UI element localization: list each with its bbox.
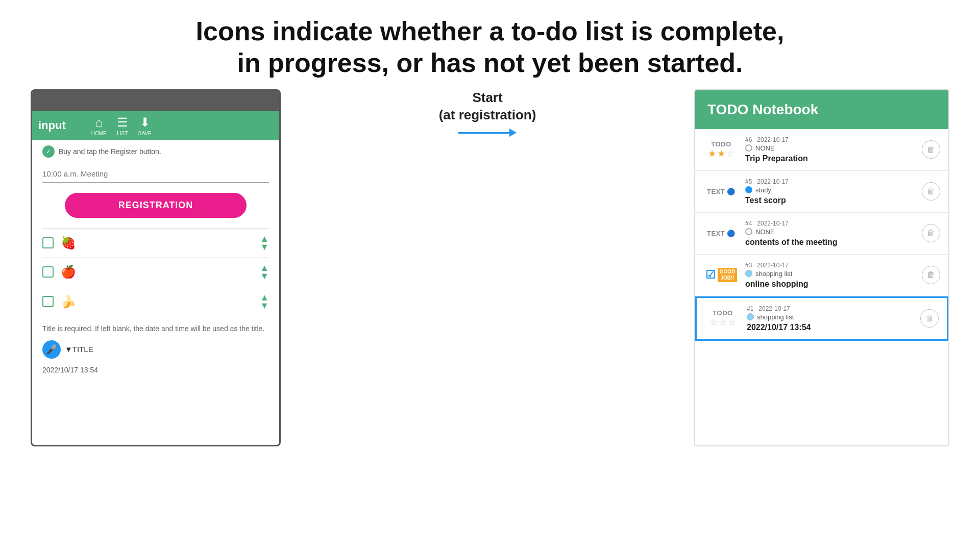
table-row: TODO ★ ★ ☆ #6 2022-10-17 NONE Trip Prepa…	[695, 129, 948, 171]
delete-button-3[interactable]: 🗑	[922, 266, 940, 284]
status-circle-4	[745, 228, 752, 235]
table-row: ☑ GOODJOB!! #3 2022-10-17 shopping list …	[695, 255, 948, 296]
entry-status-5: study	[745, 186, 916, 194]
star-1a: ☆	[709, 317, 718, 328]
reorder-1[interactable]: ▲▼	[260, 235, 269, 251]
star-2: ★	[717, 148, 725, 159]
header-line2: in progress, or has not yet been started…	[31, 47, 949, 79]
good-job-badge: GOODJOB!!	[718, 268, 738, 282]
apple-icon: 🍎	[61, 265, 253, 279]
entry-status-1: shopping list	[747, 313, 914, 321]
list-label: LIST	[117, 131, 128, 136]
home-icon: ⌂	[95, 115, 103, 130]
nav-save[interactable]: ⬇ SAVE	[138, 115, 152, 136]
phone-body: ✓ Buy and tap the Register button. REGIS…	[32, 140, 279, 384]
status-text-1: shopping list	[757, 313, 794, 321]
list-item: 🍓 ▲▼	[42, 229, 269, 258]
notebook-entries: TODO ★ ★ ☆ #6 2022-10-17 NONE Trip Prepa…	[695, 129, 948, 341]
status-text-4: NONE	[755, 228, 775, 236]
nav-home[interactable]: ⌂ HOME	[91, 115, 107, 136]
entry-info-6: #6 2022-10-17 NONE Trip Preparation	[745, 136, 916, 163]
thumb-label-5: TEXT 🔵	[707, 188, 736, 195]
home-label: HOME	[91, 131, 107, 136]
star-3: ☆	[726, 148, 734, 159]
title-label: ▼TITLE	[65, 345, 93, 354]
entry-meta-1: #1 2022-10-17	[747, 305, 914, 312]
entry-thumb-5: TEXT 🔵	[703, 188, 739, 195]
notebook-title: TODO Notebook	[707, 102, 818, 117]
date-stamp: 2022/10/17 13:54	[42, 366, 269, 374]
entry-thumb-3: ☑ GOODJOB!!	[703, 268, 739, 282]
arrow-line	[458, 132, 509, 134]
phone-mockup: input ⌂ HOME ☰ LIST ⬇ SAVE ✓ Buy and	[31, 89, 281, 446]
voice-row: 🎤 ▼TITLE	[42, 340, 269, 359]
nav-input-label: input	[38, 119, 66, 132]
entry-thumb-1: TODO ☆ ☆ ☆	[705, 309, 741, 328]
reorder-2[interactable]: ▲▼	[260, 264, 269, 280]
entry-meta-3: #3 2022-10-17	[745, 262, 916, 269]
todo-list: 🍓 ▲▼ 🍎 ▲▼ 🍌 ▲▼	[42, 228, 269, 316]
entry-title-5: Test scorp	[745, 196, 916, 205]
star-2a: ☆	[719, 317, 727, 328]
banana-icon: 🍌	[61, 294, 253, 309]
status-text-5: study	[755, 186, 771, 194]
status-circle-1	[747, 313, 754, 320]
notebook-header: TODO Notebook	[695, 90, 948, 129]
thumb-label-4: TEXT 🔵	[707, 230, 736, 237]
status-circle-6	[745, 144, 752, 152]
entry-info-1: #1 2022-10-17 shopping list 2022/10/17 1…	[747, 305, 914, 332]
checkbox-3[interactable]	[42, 296, 54, 307]
delete-button-6[interactable]: 🗑	[922, 140, 940, 159]
checkbox-1[interactable]	[42, 237, 54, 248]
teal-circle-icon: ✓	[42, 145, 55, 158]
entry-status-3: shopping list	[745, 270, 916, 278]
entry-title-6: Trip Preparation	[745, 154, 916, 163]
phone-nav: input ⌂ HOME ☰ LIST ⬇ SAVE	[32, 111, 279, 140]
delete-button-4[interactable]: 🗑	[922, 224, 940, 242]
notebook-panel: TODO Notebook TODO ★ ★ ☆ #6 2022-10-17	[694, 89, 949, 446]
list-item: 🍌 ▲▼	[42, 287, 269, 316]
stars-1: ☆ ☆ ☆	[709, 317, 736, 328]
delete-button-5[interactable]: 🗑	[922, 182, 940, 201]
annotation-area: Start (at registration)	[281, 89, 694, 168]
entry-title-4: contents of the meeting	[745, 238, 916, 247]
start-label: Start (at registration)	[439, 89, 536, 124]
entry-info-4: #4 2022-10-17 NONE contents of the meeti…	[745, 220, 916, 247]
save-label: SAVE	[138, 131, 152, 136]
stars-6: ★ ★ ☆	[708, 148, 734, 159]
checkmark-icon: ☑	[705, 268, 716, 282]
entry-info-3: #3 2022-10-17 shopping list online shopp…	[745, 262, 916, 289]
checkbox-2[interactable]	[42, 266, 54, 278]
meeting-input[interactable]	[42, 165, 269, 183]
entry-title-3: online shopping	[745, 280, 916, 289]
save-icon: ⬇	[140, 115, 150, 130]
status-text-3: shopping list	[755, 270, 792, 278]
reorder-3[interactable]: ▲▼	[260, 293, 269, 310]
status-circle-3	[745, 270, 752, 277]
mic-icon[interactable]: 🎤	[42, 340, 61, 359]
nav-list[interactable]: ☰ LIST	[117, 115, 128, 136]
star-1: ★	[708, 148, 716, 159]
entry-meta-4: #4 2022-10-17	[745, 220, 916, 227]
list-item: 🍎 ▲▼	[42, 258, 269, 287]
table-row: TEXT 🔵 #5 2022-10-17 study Test scorp 🗑	[695, 171, 948, 213]
start-line1: Start	[439, 89, 536, 107]
entry-meta-6: #6 2022-10-17	[745, 136, 916, 143]
thumb-label-1: TODO	[713, 309, 732, 317]
entry-title-1: 2022/10/17 13:54	[747, 323, 914, 332]
header-line1: Icons indicate whether a to-do list is c…	[31, 15, 949, 47]
arrow-head	[509, 129, 517, 137]
entry-meta-5: #5 2022-10-17	[745, 178, 916, 185]
entry-info-5: #5 2022-10-17 study Test scorp	[745, 178, 916, 205]
phone-status-bar	[32, 91, 279, 111]
start-line2: (at registration)	[439, 107, 536, 124]
bottom-note: Title is required. If left blank, the da…	[42, 323, 269, 334]
registration-button[interactable]: REGISTRATION	[65, 193, 246, 218]
strawberry-icon: 🍓	[61, 236, 253, 250]
delete-button-1[interactable]: 🗑	[920, 309, 939, 328]
thumb-label-6: TODO	[711, 140, 731, 148]
status-circle-5	[745, 186, 752, 193]
right-arrow	[458, 129, 517, 137]
instruction-row: ✓ Buy and tap the Register button.	[42, 145, 269, 158]
entry-thumb-4: TEXT 🔵	[703, 230, 739, 237]
